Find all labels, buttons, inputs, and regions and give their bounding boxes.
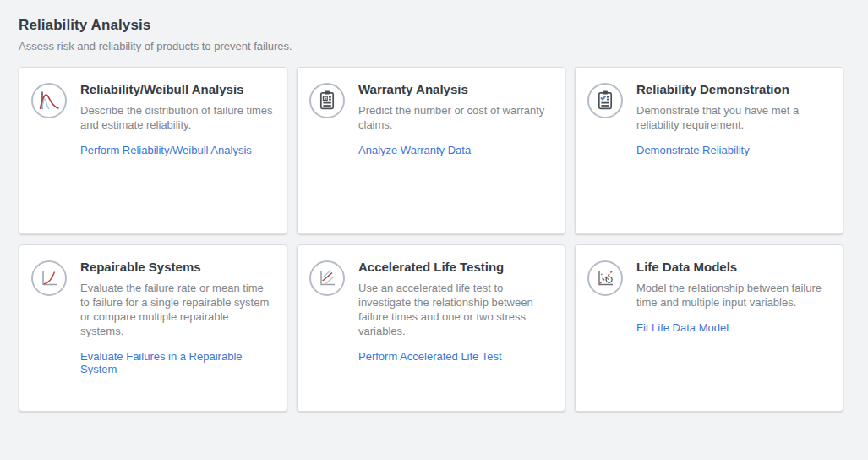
card-title: Accelerated Life Testing	[358, 259, 553, 275]
analysis-card-grid: Reliability/Weibull Analysis Describe th…	[19, 67, 868, 412]
weibull-curve-icon	[31, 83, 67, 118]
svg-text:$: $	[324, 96, 326, 101]
card-description: Describe the distribution of failure tim…	[80, 103, 275, 132]
page-subtitle: Assess risk and reliability of products …	[19, 40, 868, 52]
card-reliability-weibull: Reliability/Weibull Analysis Describe th…	[19, 67, 287, 234]
card-title: Life Data Models	[636, 259, 831, 275]
fit-life-data-model-link[interactable]: Fit Life Data Model	[636, 321, 729, 334]
perform-weibull-analysis-link[interactable]: Perform Reliability/Weibull Analysis	[80, 144, 252, 156]
card-description: Demonstrate that you have met a reliabil…	[636, 103, 831, 132]
page-header: Reliability Analysis Assess risk and rel…	[19, 17, 868, 52]
card-description: Model the relationship between failure t…	[636, 281, 831, 309]
page-title: Reliability Analysis	[19, 17, 868, 34]
evaluate-repairable-system-link[interactable]: Evaluate Failures in a Repairable System	[80, 350, 275, 375]
card-description: Evaluate the failure rate or mean time t…	[80, 281, 275, 338]
card-description: Use an accelerated life test to investig…	[358, 281, 553, 338]
demonstrate-reliability-link[interactable]: Demonstrate Reliability	[636, 144, 750, 156]
life-data-models-chart-icon	[587, 260, 623, 296]
card-life-data-models: Life Data Models Model the relationship …	[575, 244, 843, 412]
card-title: Warranty Analysis	[358, 81, 553, 97]
card-warranty-analysis: $ Warranty Analysis Predict the number o…	[297, 67, 565, 234]
analyze-warranty-data-link[interactable]: Analyze Warranty Data	[358, 144, 471, 156]
card-description: Predict the number or cost of warranty c…	[358, 103, 553, 132]
repairable-systems-chart-icon	[31, 260, 67, 296]
perform-accelerated-life-test-link[interactable]: Perform Accelerated Life Test	[358, 350, 502, 363]
card-repairable-systems: Repairable Systems Evaluate the failure …	[19, 244, 287, 412]
card-title: Repairable Systems	[80, 259, 275, 275]
accelerated-life-chart-icon	[309, 260, 345, 296]
card-reliability-demonstration: Reliability Demonstration Demonstrate th…	[575, 67, 843, 234]
card-accelerated-life-testing: Accelerated Life Testing Use an accelera…	[297, 244, 565, 412]
card-title: Reliability/Weibull Analysis	[80, 81, 275, 97]
reliability-check-clipboard-icon	[587, 83, 623, 118]
warranty-clipboard-icon: $	[309, 83, 345, 118]
card-title: Reliability Demonstration	[636, 81, 831, 97]
